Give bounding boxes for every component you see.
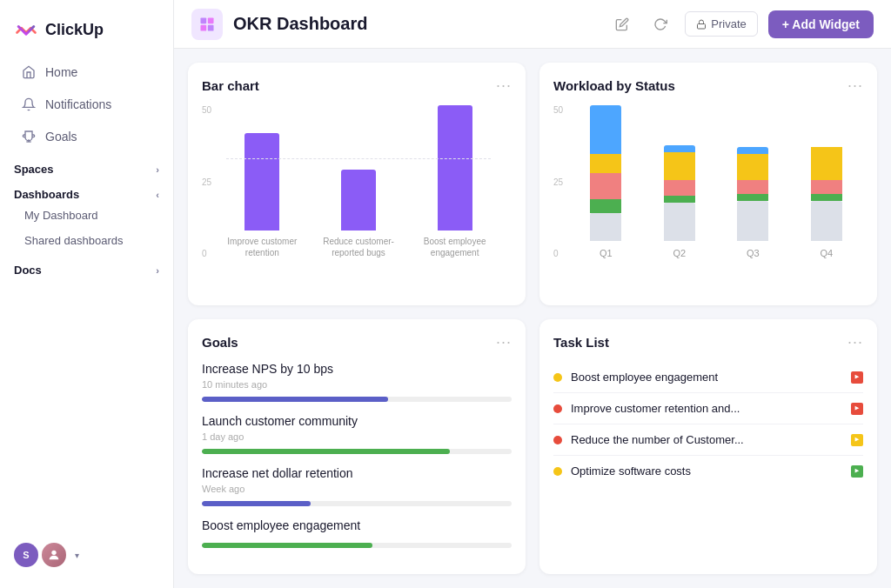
avatar-s[interactable]: S [14, 543, 38, 567]
sidebar-section-docs[interactable]: Docs › [0, 260, 173, 278]
workload-menu[interactable]: ··· [847, 77, 863, 95]
q1-blue [590, 105, 621, 154]
goal-progress-0 [202, 397, 512, 402]
goal-progress-bar-2 [202, 501, 311, 506]
bar-item-0: Improve customerretention [226, 133, 298, 258]
task-dot-3 [553, 467, 562, 476]
bar-chart-header: Bar chart ··· [202, 77, 512, 95]
edit-button[interactable] [608, 10, 636, 38]
task-flag-0 [851, 371, 863, 384]
q3-salmon [737, 180, 768, 194]
sidebar-item-shared-dashboards[interactable]: Shared dashboards [0, 228, 173, 253]
goal-name-2: Increase net dollar retention [202, 466, 512, 480]
workload-q2: Q2 [652, 145, 708, 258]
private-button[interactable]: Private [685, 11, 757, 37]
sidebar-item-home[interactable]: Home [7, 57, 166, 88]
task-flag-3 [851, 465, 863, 478]
q3-blue [737, 147, 768, 154]
q4-bars [811, 147, 842, 241]
goal-progress-1 [202, 449, 512, 454]
sidebar: ClickUp Home Notifications Goals [0, 0, 174, 588]
dashboards-label: Dashboards [14, 188, 79, 201]
sidebar-section-spaces[interactable]: Spaces › [0, 159, 173, 177]
q1-gray [590, 213, 621, 241]
dashboard-icon [191, 9, 223, 40]
bar-item-2: Boost employeeengagement [419, 105, 491, 258]
private-label: Private [711, 17, 746, 30]
user-dropdown-arrow[interactable]: ▾ [75, 551, 79, 560]
bar-label-2: Boost employeeengagement [424, 236, 486, 258]
task-dot-2 [553, 436, 562, 444]
bar-2 [438, 105, 472, 231]
q1-yellow [590, 154, 621, 173]
clickup-logo-icon [14, 17, 38, 42]
avatar-img[interactable] [42, 543, 66, 567]
bar-chart-widget: Bar chart ··· 50 25 0 Improve cu [188, 63, 526, 305]
bar-label-1: Reduce customer-reported bugs [323, 236, 394, 258]
q4-gray [811, 201, 842, 241]
goal-item-1: Launch customer community 1 day ago [202, 414, 512, 454]
sidebar-item-notifications[interactable]: Notifications [7, 89, 166, 120]
bar-item-1: Reduce customer-reported bugs [323, 170, 395, 258]
q3-green [737, 194, 768, 201]
goal-name-0: Increase NPS by 10 bps [202, 362, 512, 376]
q3-yellow [737, 154, 768, 180]
goal-item-3: Boost employee engagement [202, 518, 512, 548]
task-name-2: Reduce the number of Customer... [571, 433, 842, 446]
app-name: ClickUp [45, 21, 104, 39]
add-widget-button[interactable]: + Add Widget [768, 10, 874, 38]
task-list-title: Task List [553, 335, 609, 350]
logo[interactable]: ClickUp [0, 10, 173, 56]
page-title: OKR Dashboard [233, 14, 598, 34]
sidebar-item-my-dashboard[interactable]: My Dashboard [0, 203, 173, 228]
goals-title: Goals [202, 335, 238, 350]
q4-yellow [811, 147, 842, 180]
q1-bars [590, 105, 621, 241]
spaces-label: Spaces [14, 163, 54, 176]
task-list-menu[interactable]: ··· [847, 333, 863, 351]
sidebar-user-area: S ▾ [0, 532, 173, 578]
task-flag-1 [851, 403, 863, 415]
topbar: OKR Dashboard Private + Add Widget [174, 0, 891, 49]
workload-q1: Q1 [578, 105, 634, 258]
goal-item-2: Increase net dollar retention Week ago [202, 466, 512, 506]
bar-chart-menu[interactable]: ··· [496, 77, 512, 95]
task-list-header: Task List ··· [553, 333, 863, 351]
q2-yellow [664, 152, 695, 180]
task-list: Boost employee engagement Improve custom… [553, 362, 863, 486]
q3-label: Q3 [747, 248, 760, 258]
q2-green [664, 196, 695, 203]
task-item-1: Improve customer retention and... [553, 393, 863, 424]
workload-title: Workload by Status [553, 78, 675, 93]
goal-progress-2 [202, 501, 512, 506]
task-dot-1 [553, 404, 562, 413]
goal-progress-bar-0 [202, 397, 388, 402]
goal-progress-bar-3 [202, 543, 372, 548]
q2-gray [664, 203, 695, 241]
task-item-3: Optimize software costs [553, 456, 863, 486]
svg-point-0 [51, 551, 56, 555]
bar-0 [245, 133, 279, 231]
task-item-0: Boost employee engagement [553, 362, 863, 393]
q4-label: Q4 [820, 248, 833, 258]
dashboards-chevron: ‹ [156, 190, 159, 200]
sidebar-section-dashboards[interactable]: Dashboards ‹ [0, 184, 173, 203]
q1-salmon [590, 173, 621, 199]
goal-time-2: Week ago [202, 484, 512, 494]
refresh-button[interactable] [646, 10, 674, 38]
bar-chart-area: 50 25 0 Improve customerretention [202, 105, 512, 279]
goal-name-1: Launch customer community [202, 414, 512, 428]
svg-rect-3 [201, 24, 207, 30]
task-item-2: Reduce the number of Customer... [553, 424, 863, 456]
goal-name-3: Boost employee engagement [202, 518, 512, 532]
task-name-1: Improve customer retention and... [571, 402, 842, 415]
sidebar-item-goals[interactable]: Goals [7, 121, 166, 152]
q3-bars [737, 147, 768, 241]
q2-salmon [664, 180, 695, 196]
q2-bars [664, 145, 695, 241]
workload-widget: Workload by Status ··· 50 25 0 [539, 63, 877, 305]
task-name-3: Optimize software costs [571, 464, 842, 478]
goals-menu[interactable]: ··· [496, 333, 512, 351]
bell-icon [21, 97, 37, 112]
svg-rect-5 [698, 23, 706, 29]
